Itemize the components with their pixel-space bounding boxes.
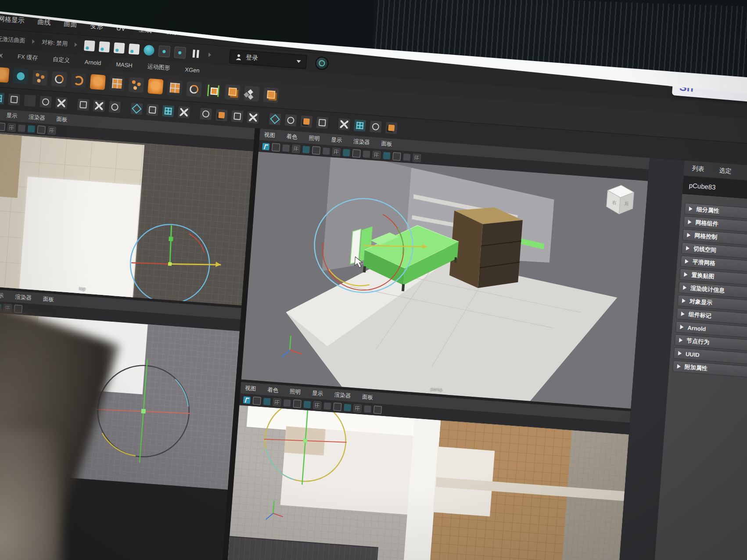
viewport-toolbar-icon[interactable] <box>263 398 271 405</box>
panel-menu-show[interactable]: 显示 <box>0 291 4 300</box>
panel-menu-shading[interactable]: 着色 <box>267 386 279 394</box>
quick-tool-icon[interactable] <box>369 120 382 133</box>
viewport-top-canvas[interactable]: top <box>0 127 253 305</box>
mash-distribute-icon[interactable] <box>109 75 125 91</box>
panel-menu-shading[interactable]: 着色 <box>286 133 298 141</box>
panel-menu-show[interactable]: 显示 <box>312 389 323 398</box>
quick-tool-icon[interactable] <box>385 121 398 134</box>
mash-curve-icon[interactable] <box>186 81 202 97</box>
viewport-toolbar-icon[interactable] <box>284 399 291 407</box>
section-expand-icon[interactable] <box>208 53 212 57</box>
ae-menu-selected[interactable]: 选定 <box>719 167 732 176</box>
viewport-toolbar-icon[interactable] <box>37 126 46 134</box>
quick-tool-icon[interactable] <box>146 103 159 116</box>
menu-curves[interactable]: 曲线 <box>37 18 51 27</box>
panel-menu-renderer[interactable]: 渲染器 <box>353 138 370 147</box>
menu-deform[interactable]: 变形 <box>90 22 104 31</box>
viewport-toolbar-icon[interactable] <box>312 146 320 154</box>
quick-tool-icon[interactable] <box>269 112 282 126</box>
quick-tool-icon[interactable] <box>93 99 106 112</box>
panel-menu-renderer[interactable]: 渲染器 <box>29 113 46 122</box>
shelf-tab-xgen[interactable]: XGen <box>185 66 200 73</box>
quick-tool-icon[interactable] <box>55 97 68 110</box>
quick-tool-icon[interactable] <box>215 108 228 122</box>
quick-tool-icon[interactable] <box>353 119 366 132</box>
quick-tool-icon[interactable] <box>130 102 143 115</box>
panel-menu-show[interactable]: 显示 <box>331 136 342 144</box>
mash-waiter-icon[interactable] <box>71 72 86 88</box>
viewport-toolbar-icon[interactable] <box>333 402 341 411</box>
menu-uv[interactable]: UV <box>116 24 126 32</box>
panel-menu-show[interactable]: 显示 <box>6 111 18 120</box>
viewport-toolbar-icon[interactable] <box>364 406 371 413</box>
viewport-toolbar-icon[interactable] <box>323 147 330 155</box>
quick-tool-icon[interactable] <box>316 116 329 129</box>
menu-mesh-display[interactable]: 网格显示 <box>0 14 25 25</box>
menu-cache[interactable]: 缓存 <box>165 27 178 36</box>
mash-world-icon[interactable] <box>90 74 105 90</box>
frame-icon[interactable] <box>253 397 261 405</box>
select-camera-icon[interactable] <box>262 143 269 151</box>
account-badge-icon[interactable] <box>315 56 329 70</box>
menu-surfaces[interactable]: 曲面 <box>64 19 77 29</box>
viewport-toolbar-icon[interactable] <box>293 399 301 408</box>
viewport-toolbar-icon[interactable] <box>413 154 421 162</box>
snap-view-plane-icon[interactable] <box>129 43 140 55</box>
snap-grid-icon[interactable] <box>84 40 95 51</box>
section-expand-icon[interactable] <box>32 39 35 43</box>
quick-tool-icon[interactable] <box>231 110 244 123</box>
move-manipulator[interactable] <box>110 207 244 305</box>
viewport-top[interactable]: 视图 着色 照明 显示 渲染器 面板 <box>0 104 255 305</box>
mash-dots-icon[interactable] <box>128 77 144 93</box>
panel-menu-renderer[interactable]: 渲染器 <box>15 293 32 302</box>
viewport-toolbar-icon[interactable] <box>363 151 370 158</box>
panel-menu-lighting[interactable]: 照明 <box>309 134 320 143</box>
make-live-icon[interactable] <box>144 45 155 56</box>
viewport-persp[interactable]: 视图 着色 照明 显示 渲染器 面板 <box>241 129 650 409</box>
menu-help[interactable]: 帮助 <box>223 32 237 41</box>
panel-menu-panels[interactable]: 面板 <box>381 140 392 148</box>
render-frame-icon[interactable] <box>158 45 171 57</box>
quick-tool-icon[interactable] <box>23 94 36 107</box>
viewport-toolbar-icon[interactable] <box>323 402 331 410</box>
live-surface-indicator[interactable]: 无激活曲面 <box>0 35 25 45</box>
mash-cube-stack-icon[interactable] <box>225 84 241 100</box>
quick-tool-icon[interactable] <box>300 115 313 128</box>
viewport-toolbar-icon[interactable] <box>344 404 351 411</box>
viewport-toolbar-icon[interactable] <box>332 148 341 156</box>
select-camera-icon[interactable] <box>243 396 251 404</box>
viewport-toolbar-icon[interactable] <box>7 123 16 132</box>
viewport-toolbar-icon[interactable] <box>383 152 390 159</box>
shelf-tool-icon[interactable] <box>13 68 29 84</box>
menu-generate[interactable]: 生成 <box>138 25 152 34</box>
shelf-tab-fx-cache[interactable]: FX 缓存 <box>17 53 38 62</box>
ipr-render-icon[interactable] <box>174 47 187 59</box>
quick-tool-icon[interactable] <box>162 104 175 118</box>
viewport-toolbar-icon[interactable] <box>18 125 25 132</box>
viewport-toolbar-icon[interactable] <box>403 154 410 161</box>
panel-menu-lighting[interactable]: 照明 <box>289 388 301 396</box>
viewport-persp-canvas[interactable]: 右 后 persp <box>241 152 648 409</box>
grid-toggle-icon[interactable] <box>292 145 300 153</box>
viewport-toolbar-icon[interactable] <box>372 151 381 159</box>
viewport-toolbar-icon[interactable] <box>282 144 290 152</box>
mash-brackets-icon[interactable] <box>205 83 221 99</box>
quick-tool-icon[interactable] <box>39 95 52 108</box>
viewport-side[interactable]: 视图 着色 照明 显示 渲染器 面板 <box>218 382 631 560</box>
quick-tool-icon[interactable] <box>77 98 90 111</box>
quick-tool-icon[interactable] <box>338 118 351 131</box>
shelf-tool-icon[interactable] <box>51 71 67 87</box>
mash-grid-icon[interactable] <box>167 80 183 96</box>
viewport-toolbar-icon[interactable] <box>303 401 311 408</box>
section-expand-icon[interactable] <box>75 43 78 47</box>
quick-tool-icon[interactable] <box>247 111 260 124</box>
menu-arnold[interactable]: Arnold <box>191 29 211 38</box>
shelf-tab-custom[interactable]: 自定义 <box>53 55 70 65</box>
quick-tool-icon[interactable] <box>177 106 190 119</box>
viewport-toolbar-icon[interactable] <box>374 406 382 414</box>
shelf-tab-motion-graphics[interactable]: 运动图形 <box>147 62 170 72</box>
panel-menu-view[interactable]: 视图 <box>264 131 275 139</box>
panel-menu-view[interactable]: 视图 <box>245 384 256 393</box>
grid-toggle-icon[interactable] <box>273 398 281 406</box>
viewport-toolbar-icon[interactable] <box>392 152 401 161</box>
